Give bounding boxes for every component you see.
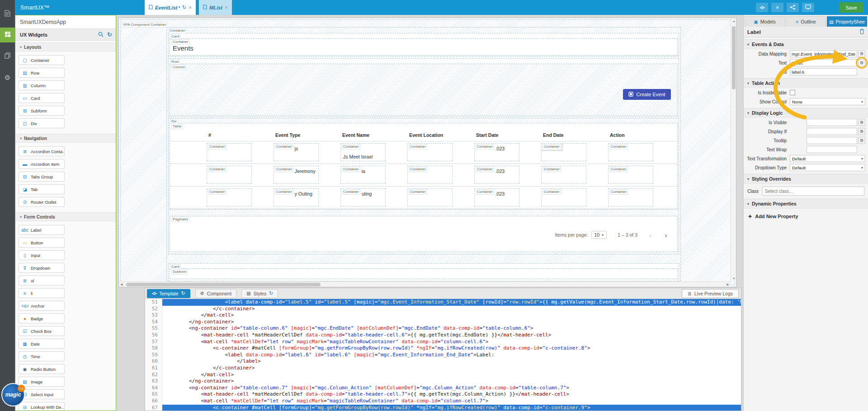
cell-container[interactable]: Container [407, 188, 453, 206]
rail-settings-button[interactable]: ⚙ [0, 70, 15, 85]
widget-ul[interactable]: ≣ul [19, 276, 65, 285]
refresh-icon[interactable]: ↻ [269, 290, 273, 296]
design-table-cell[interactable]: Container [207, 187, 274, 206]
column-element[interactable]: Column Create Event [170, 64, 678, 116]
code-line[interactable]: 61 </c-container> [145, 365, 741, 372]
container-element[interactable]: Container Card Container Events Row Colu… [166, 27, 681, 285]
widget-container[interactable]: ▢Container [19, 55, 65, 65]
refresh-icon[interactable]: ↻ [182, 5, 186, 10]
close-icon[interactable]: × [189, 5, 192, 11]
tab-eventlist[interactable]: EventList* ↻ × [145, 0, 196, 15]
design-table-cell[interactable]: Container [407, 187, 474, 206]
scroll-up-icon[interactable]: ▲ [732, 19, 736, 23]
design-table-cell[interactable]: Container [541, 187, 608, 206]
tab-models[interactable]: ▣Models [745, 16, 785, 27]
design-table-row[interactable]: ContainerContainerJeremonyContaineriaCon… [170, 164, 677, 187]
design-table-cell[interactable]: Container.023 [474, 164, 541, 184]
rail-copy-button[interactable] [0, 49, 15, 64]
widget-column[interactable]: ▥Column [19, 80, 65, 90]
show-control-select[interactable]: None▾ [790, 98, 865, 105]
tab-component[interactable]: ⚙ Component [195, 289, 236, 298]
design-table-cell[interactable]: Container.023 [474, 141, 541, 161]
row-element[interactable]: Row Column Create Event [168, 58, 679, 117]
preview-button[interactable] [802, 3, 814, 12]
widget-select-input[interactable]: ⊡Select Input [19, 389, 65, 399]
div-element[interactable]: Div Table #Event TypeEvent NameEvent Loc… [168, 118, 679, 254]
cell-container[interactable]: Container [207, 166, 252, 184]
section-table-action[interactable]: ▾Table Action [744, 78, 868, 88]
cell-container[interactable]: Containeruting [340, 188, 386, 206]
cell-container[interactable]: Container [541, 166, 586, 184]
code-line[interactable]: 59 <label data-comp-id="label.6" id="lab… [145, 352, 741, 359]
subform-element[interactable]: Subform [170, 268, 678, 279]
data-mapping-gear-button[interactable]: ⚙ [858, 50, 865, 57]
tab-mlist[interactable]: MList × [199, 0, 232, 15]
cell-container[interactable]: Container [407, 166, 453, 184]
live-preview-logs-button[interactable]: ≣ Live Preview Logs [682, 289, 739, 298]
widget-tab[interactable]: ◪Tab [19, 184, 65, 194]
widget-input[interactable]: ▯Input [19, 250, 65, 260]
design-table-cell[interactable]: Containeruting [340, 187, 407, 206]
scroll-down-icon[interactable]: ▼ [732, 277, 736, 280]
design-table-cell[interactable]: Container [608, 187, 675, 206]
share-button[interactable] [787, 3, 799, 12]
save-button[interactable]: Save [839, 2, 863, 13]
cell-container[interactable]: Container [608, 143, 653, 161]
widget-section-header[interactable]: ▾Form Controls [15, 212, 116, 221]
code-line[interactable]: 65 <mat-header-cell *matHeaderCellDef da… [145, 391, 741, 398]
code-line[interactable]: 60 </label> [145, 358, 741, 365]
code-line[interactable]: 62 </mat-cell> [145, 372, 741, 378]
code-line[interactable]: 57 <mat-cell *matCellDef="let row" magic… [145, 339, 741, 346]
code-line[interactable]: 66 <mat-cell *matCellDef="let row" magic… [145, 398, 741, 405]
cell-container[interactable]: Containery Outing [274, 188, 319, 206]
section-styling-overrides[interactable]: ▾Styling Overrides [744, 174, 868, 184]
is-visible-input[interactable] [807, 119, 857, 126]
cell-container[interactable]: Container [608, 188, 653, 206]
cell-container[interactable]: Container [541, 143, 586, 161]
cell-container[interactable]: Container [207, 188, 252, 206]
code-line[interactable]: 63 </ng-container> [145, 378, 741, 385]
tab-outline[interactable]: ≡Outline [786, 16, 826, 27]
design-table-cell[interactable]: Container [407, 164, 474, 184]
cell-container[interactable]: Container [541, 188, 586, 206]
code-line[interactable]: 51 <label data-comp-id="label.5" id="lab… [145, 299, 741, 306]
rail-ux-widgets-button[interactable] [0, 28, 15, 42]
widget-div[interactable]: ◫Div [19, 118, 65, 128]
tab-property-sheet[interactable]: ▤PropertyShee [827, 16, 867, 27]
design-table-cell[interactable]: Container [541, 164, 608, 184]
cell-container[interactable]: ContainerJs Meet Israel [340, 143, 386, 161]
text-wrap-input[interactable] [807, 146, 857, 153]
card-element[interactable]: Card Container Events [168, 33, 679, 56]
widget-button[interactable]: ▭Button [19, 238, 65, 248]
widget-card[interactable]: ▭Card [19, 93, 65, 103]
section-events-and-data[interactable]: ▾Events & Data [744, 39, 868, 49]
refresh-icon[interactable]: ↻ [181, 290, 185, 296]
data-mapping-input[interactable] [790, 50, 857, 57]
rail-reports-button[interactable] [0, 6, 15, 21]
scrollbar-thumb[interactable] [126, 283, 321, 286]
widget-accordion-item[interactable]: ▬Accordion Item [19, 159, 65, 169]
scroll-right-icon[interactable]: ▶ [727, 283, 729, 286]
code-line[interactable]: 52 </c-container> [145, 306, 741, 313]
widget-dropdown[interactable]: ⊽Dropdown [19, 263, 65, 273]
cell-container[interactable]: Container [407, 143, 453, 161]
design-table-cell[interactable]: Container [207, 141, 274, 161]
widget-time[interactable]: ◷Time [19, 351, 65, 361]
tab-template[interactable]: </> Template ↻ [147, 289, 190, 298]
dropdown-type-select[interactable]: Default▾ [790, 164, 865, 171]
design-table-row[interactable]: ContainerContainery OutingContaineruting… [170, 187, 677, 209]
design-table-cell[interactable]: Containerjs [274, 141, 340, 161]
tooltip-gear-button[interactable]: ⚙ [858, 137, 865, 144]
section-dynamic-properties[interactable]: ▾Dynamic Properties [744, 199, 868, 209]
code-line[interactable]: 56 <mat-header-cell *matHeaderCellDef da… [145, 332, 741, 339]
cell-container[interactable]: ContainerJeremony [274, 166, 319, 184]
refresh-icon[interactable]: ↻ [107, 31, 112, 38]
delete-control-button[interactable] [859, 28, 864, 36]
code-line[interactable]: 58 <c-container #matCell [formGroup]="mg… [145, 345, 741, 352]
code-line[interactable]: 55 <ng-container id="table-column.6" [ma… [145, 325, 741, 332]
design-table-cell[interactable]: Container [407, 141, 474, 161]
class-input[interactable] [762, 187, 864, 196]
widget-anchor[interactable]: <a>Anchor [19, 301, 65, 311]
horizontal-scrollbar[interactable]: ◀ ▶ [119, 281, 731, 287]
widget-image[interactable]: ▧Image [19, 377, 65, 387]
